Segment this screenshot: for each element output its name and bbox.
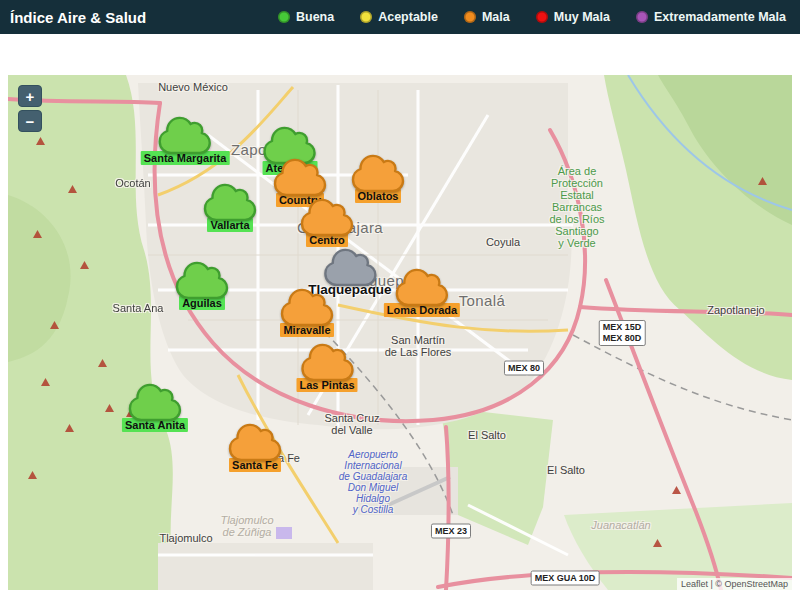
station-marker-santa-anita[interactable]: Santa Anita xyxy=(122,383,188,432)
legend-label: Buena xyxy=(296,10,334,24)
station-marker-centro[interactable]: Centro xyxy=(300,198,354,247)
zoom-in-button[interactable]: + xyxy=(18,85,42,107)
map-container[interactable]: + − Nuevo MéxicoZapopanOcotánGuadalajara… xyxy=(8,75,792,590)
place-label-tlajomulco: Tlajomulco de Zúñiga xyxy=(220,514,273,538)
cloud-icon xyxy=(228,423,282,463)
place-label-area-de: Área de Protección Estatal Barrancas de … xyxy=(549,165,604,249)
station-marker-santa-fe[interactable]: Santa Fe xyxy=(228,423,282,472)
station-marker-las-pintas[interactable]: Las Pintas xyxy=(296,343,357,392)
legend-dot-icon xyxy=(360,11,372,23)
legend-item-muy-mala: Muy Mala xyxy=(536,10,610,24)
legend-item-extremadamente-mala: Extremadamente Mala xyxy=(636,10,786,24)
place-label-coyula: Coyula xyxy=(486,236,520,248)
legend-dot-icon xyxy=(278,11,290,23)
legend-label: Mala xyxy=(482,10,510,24)
place-label-san-martin: San Martín de Las Flores xyxy=(385,334,452,358)
legend-item-buena: Buena xyxy=(278,10,334,24)
road-badge-mex-80: MEX 80 xyxy=(504,361,544,376)
road-badge-mex-15d-mex-80d: MEX 15DMEX 80D xyxy=(599,320,646,346)
station-marker-aguilas[interactable]: Aguilas xyxy=(175,261,229,310)
place-label-ocotan: Ocotán xyxy=(115,177,150,189)
station-marker-oblatos[interactable]: Oblatos xyxy=(351,154,405,203)
legend-label: Aceptable xyxy=(378,10,438,24)
place-label-el-salto: El Salto xyxy=(547,464,585,476)
place-label-santa-ana: Santa Ana xyxy=(113,302,164,314)
cloud-icon xyxy=(175,261,229,301)
zoom-control: + − xyxy=(18,85,42,132)
cloud-icon xyxy=(300,343,354,383)
place-label-nuevo-mexico: Nuevo México xyxy=(158,81,228,93)
legend-item-aceptable: Aceptable xyxy=(360,10,438,24)
legend-dot-icon xyxy=(464,11,476,23)
station-marker-miravalle[interactable]: Miravalle xyxy=(280,288,334,337)
place-label-santa-cruz: Santa Cruz del Valle xyxy=(324,412,379,436)
road-badge-mex-23: MEX 23 xyxy=(431,524,471,539)
cloud-icon xyxy=(128,383,182,423)
place-label-el-salto: El Salto xyxy=(468,429,506,441)
cloud-icon xyxy=(351,154,405,194)
cloud-icon xyxy=(300,198,354,238)
place-label-juanacatlan: Juanacatlán xyxy=(591,519,650,531)
map-attribution: Leaflet | © OpenStreetMap xyxy=(677,578,792,590)
legend-dot-icon xyxy=(536,11,548,23)
app-title: Índice Aire & Salud xyxy=(10,9,146,26)
cloud-icon xyxy=(395,268,449,308)
station-marker-loma-dorada[interactable]: Loma Dorada xyxy=(384,268,460,317)
station-marker-santa-margarita[interactable]: Santa Margarita xyxy=(141,116,230,165)
legend-label: Extremadamente Mala xyxy=(654,10,786,24)
place-label-aeropuerto: Aeropuerto Internacional de Guadalajara … xyxy=(339,449,407,515)
place-label-tlajomulco: Tlajomulco xyxy=(159,532,212,544)
zoom-out-button[interactable]: − xyxy=(18,110,42,132)
place-label-zapotlanejo: Zapotlanejo xyxy=(707,304,765,316)
legend-label: Muy Mala xyxy=(554,10,610,24)
air-quality-legend: BuenaAceptableMalaMuy MalaExtremadamente… xyxy=(278,10,786,24)
page: Índice Aire & Salud BuenaAceptableMalaMu… xyxy=(0,0,800,606)
station-marker-vallarta[interactable]: Vallarta xyxy=(203,183,257,232)
cloud-icon xyxy=(280,288,334,328)
cloud-icon xyxy=(273,158,327,198)
cloud-icon xyxy=(158,116,212,156)
place-label-tonala: Tonalá xyxy=(459,293,506,309)
cloud-icon xyxy=(203,183,257,223)
legend-dot-icon xyxy=(636,11,648,23)
app-header: Índice Aire & Salud BuenaAceptableMalaMu… xyxy=(0,0,800,34)
legend-item-mala: Mala xyxy=(464,10,510,24)
cloud-icon xyxy=(323,248,377,288)
road-badge-mex-gua-10d: MEX GUA 10D xyxy=(531,571,600,586)
